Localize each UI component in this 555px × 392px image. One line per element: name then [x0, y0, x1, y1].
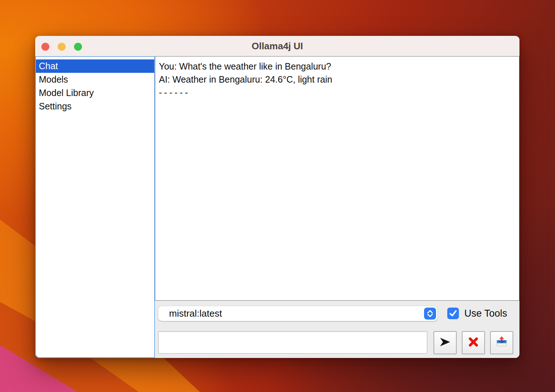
model-select[interactable]: mistral:latest — [158, 306, 437, 321]
chat-message: You: What's the weather like in Bengalur… — [159, 60, 515, 73]
sidebar-item-chat[interactable]: Chat — [36, 59, 154, 73]
chat-message: ------ — [159, 86, 515, 99]
chat-message: AI: Weather in Bengaluru: 24.6°C, light … — [159, 73, 515, 86]
checkmark-icon — [447, 308, 459, 319]
red-x-icon — [467, 335, 480, 350]
app-window: Ollama4j UI Chat Models Model Library Se… — [35, 36, 519, 358]
sidebar: Chat Models Model Library Settings — [35, 56, 155, 358]
up-down-chevrons-icon — [424, 308, 436, 320]
chat-transcript[interactable]: You: What's the weather like in Bengalur… — [155, 56, 519, 301]
upload-button[interactable] — [490, 331, 513, 354]
title-bar[interactable]: Ollama4j UI — [35, 36, 519, 56]
message-input[interactable] — [158, 331, 427, 354]
sidebar-item-settings[interactable]: Settings — [36, 100, 154, 113]
sidebar-item-models[interactable]: Models — [36, 73, 154, 86]
model-select-value: mistral:latest — [169, 306, 222, 321]
composer-panel: mistral:latest Use Tools — [155, 301, 519, 358]
window-title: Ollama4j UI — [35, 36, 519, 56]
send-button[interactable] — [433, 331, 457, 354]
use-tools-label: Use Tools — [464, 308, 507, 319]
outbox-tray-icon — [495, 335, 508, 350]
clear-button[interactable] — [462, 331, 485, 354]
sidebar-item-model-library[interactable]: Model Library — [36, 86, 154, 100]
send-arrow-icon — [439, 336, 451, 350]
use-tools-checkbox[interactable]: Use Tools — [447, 308, 507, 319]
